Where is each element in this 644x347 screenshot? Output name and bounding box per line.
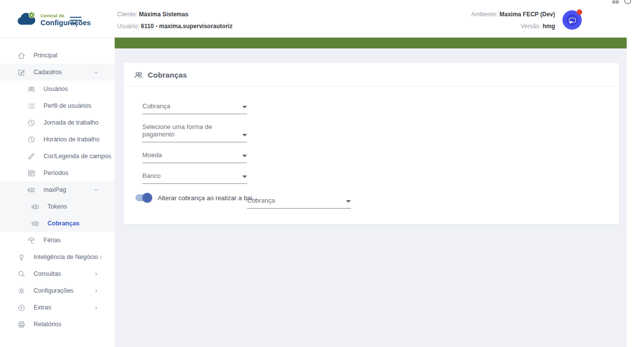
select-label: Banco [142,172,161,179]
chevron-right-icon [93,271,99,277]
sidebar-item-label: Cadastros [34,69,62,76]
printer-icon [17,320,26,329]
toggle-label: Alterar cobrança ao realizar a bai... [158,194,258,202]
sidebar-item-label: Principal [34,52,57,59]
version-label: Versão: [521,23,541,30]
sidebar-item-horarios-de-trabalho[interactable]: Horários de trabalho [0,131,115,148]
plus-icon [17,304,26,312]
power-icon[interactable] [624,0,632,4]
sidebar-item-label: Perfil de usuários [43,102,91,109]
sidebar-item-label: Relatórios [34,321,61,328]
env-label: Ambiente: [471,11,498,18]
sidebar-item-usuarios[interactable]: Usuários [0,81,115,97]
clock-icon [27,135,36,144]
content-area: Cobranças Cobrança Selecione uma forma d… [115,48,627,347]
alterar-cobranca-toggle[interactable] [134,193,152,203]
menu-toggle-button[interactable] [70,17,82,25]
payment-icon [27,186,36,194]
user-value: 6110 - maxima.supervisorautoriz [141,23,232,30]
apps-grid-icon[interactable] [612,0,620,4]
pencil-icon [27,152,36,161]
select-label: Selecione uma forma de pagamento [142,123,242,138]
sidebar-item-configuracoes[interactable]: Configurações [0,282,115,299]
select-label: Moeda [142,151,162,159]
chevron-right-icon [93,288,99,294]
sidebar: Principal Cadastros Usuários Perfil de u… [0,38,115,347]
select-forma-pagamento[interactable]: Selecione uma forma de pagamento [142,123,247,142]
env-value: Maxima FECP (Dev) [500,11,555,18]
dropdown-arrow-icon [346,200,351,203]
user-row: Usuário: 6110 - maxima.supervisorautoriz [117,20,232,32]
sidebar-item-extras[interactable]: Extras [0,299,115,316]
chevron-right-icon [93,305,99,310]
sidebar-item-cobrancas[interactable]: Cobranças [0,215,115,232]
search-icon [17,270,26,278]
session-client-info: Cliente: Máxima Sistemas Usuário: 6110 -… [117,8,232,32]
users-icon [27,85,36,93]
sidebar-item-label: Horários de trabalho [43,136,99,143]
sidebar-item-cor-legenda-de-campos[interactable]: Cor/Legenda de campos [0,148,115,165]
chevron-down-icon [93,70,99,75]
sidebar-item-perfil-de-usuarios[interactable]: Perfil de usuários [0,97,115,114]
sidebar-item-relatorios[interactable]: Relatórios [0,316,115,333]
chevron-right-icon [98,255,103,260]
sidebar-item-cadastros[interactable]: Cadastros [0,64,115,81]
payment-icon [31,203,40,211]
toggle-row: Alterar cobrança ao realizar a bai... Co… [142,193,607,217]
sidebar-item-jornada-de-trabalho[interactable]: Jornada de trabalho [0,114,115,131]
logo-subtitle: Central de [41,13,91,18]
sidebar-item-label: Jornada de trabalho [43,119,98,126]
umbrella-icon [27,236,36,245]
calendar-icon [27,169,36,177]
users-group-icon [134,70,143,80]
bulb-icon [17,253,26,261]
sidebar-item-periodos[interactable]: Períodos [0,165,115,181]
client-value: Máxima Sistemas [139,11,188,18]
logo-text: Central de Configurações [41,13,91,26]
sidebar-item-label: Inteligência de Negócio [34,254,98,260]
notification-dot [577,9,582,15]
sidebar-item-label: Extras [34,304,51,311]
chat-button[interactable] [562,10,582,30]
page-title: Cobranças [148,71,187,79]
user-label: Usuário: [117,23,139,30]
cobrancas-card: Cobranças Cobrança Selecione uma forma d… [124,63,619,224]
client-row: Cliente: Máxima Sistemas [117,8,232,20]
cloud-gear-logo-icon [16,11,37,29]
sidebar-item-principal[interactable]: Principal [0,47,115,64]
sidebar-item-label: maxPag [43,186,66,193]
dropdown-arrow-icon [242,155,247,157]
toggle-group: Alterar cobrança ao realizar a bai... [134,193,258,203]
select-label: Cobrança [247,197,275,204]
sidebar-menu: Principal Cadastros Usuários Perfil de u… [0,38,115,333]
version-row: Versão: hmg [471,20,555,32]
edit-icon [17,68,26,77]
session-env-info: Ambiente: Maxima FECP (Dev) Versão: hmg [471,8,555,32]
card-body: Cobrança Selecione uma forma de pagament… [124,87,619,224]
list-icon [27,102,36,110]
dropdown-arrow-icon [242,106,247,108]
sidebar-item-label: Usuários [43,86,68,92]
logo-title: Configurações [41,19,91,27]
sidebar-item-ferias[interactable]: Férias [0,232,115,249]
fields-stack: Cobrança Selecione uma forma de pagament… [142,102,607,184]
select-label: Cobrança [142,102,170,110]
dropdown-arrow-icon [242,134,247,136]
card-header: Cobranças [124,63,619,87]
select-banco[interactable]: Banco [142,172,247,184]
home-icon [17,51,26,60]
sidebar-item-label: Configurações [34,287,74,294]
select-moeda[interactable]: Moeda [142,151,247,163]
sidebar-item-consultas[interactable]: Consultas [0,265,115,282]
sidebar-item-maxpag[interactable]: maxPag [0,181,115,198]
sidebar-item-tokens[interactable]: Tokens [0,198,115,215]
select-cobranca-baixa[interactable]: Cobrança [247,197,351,209]
toggle-thumb [142,193,152,203]
sidebar-item-label: Cor/Legenda de campos [43,153,111,160]
sidebar-item-label: Tokens [47,203,67,210]
chat-bubble-icon [569,18,576,23]
client-label: Cliente: [117,11,137,18]
select-cobranca[interactable]: Cobrança [142,102,247,114]
top-header: Central de Configurações Cliente: Máxima… [0,0,644,38]
sidebar-item-inteligencia-de-negocio[interactable]: Inteligência de Negócio [0,249,115,265]
